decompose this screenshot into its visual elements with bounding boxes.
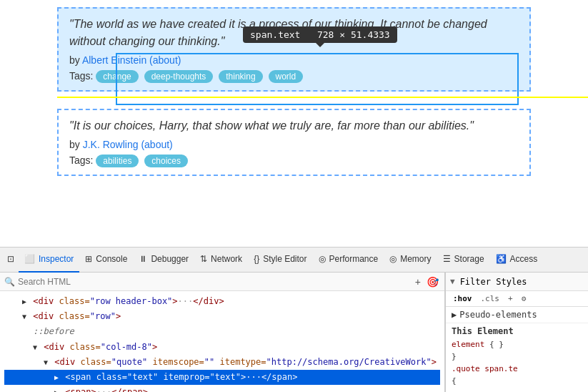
cursor-icon: ⊡ (7, 254, 14, 264)
pseudo-elements-label: Pseudo-elements (459, 310, 537, 320)
devtools-panel: 🔍 + 🎯 ▶ <div class="row header-box">···<… (0, 273, 588, 392)
tab-network[interactable]: ⇅ Network (194, 247, 248, 273)
debugger-icon: ⏸ (139, 254, 147, 264)
pseudo-elements-header[interactable]: ▶ Pseudo-elements (452, 310, 582, 320)
html-line-3: ::before (4, 324, 440, 339)
about-link-1[interactable]: (about) (149, 54, 181, 66)
search-actions: + 🎯 (414, 276, 440, 288)
this-element-title: This Element (452, 326, 582, 336)
html-line-4[interactable]: ▼ <div class="col-md-8"> (4, 340, 440, 355)
memory-icon: ◎ (389, 254, 397, 264)
styles-tab-hov[interactable]: :hov (450, 293, 475, 304)
tooltip-dimensions: 728 × 51.4333 (317, 29, 390, 40)
css-rule-2: .quote span.te (452, 363, 582, 375)
collapse-triangle-6[interactable]: ▶ (54, 372, 59, 383)
filter-icon: ▼ (450, 277, 455, 286)
quote-tags-1: Tags: change deep-thoughts thinking worl… (69, 70, 519, 83)
pseudo-elements-section: ▶ Pseudo-elements (446, 307, 588, 323)
search-icon: 🔍 (4, 277, 15, 287)
quote-tags-2: Tags: abilities choices (69, 155, 519, 167)
storage-icon: ☰ (443, 254, 451, 264)
collapse-triangle-7[interactable]: ▶ (54, 387, 59, 392)
quote-author-1: by Albert Einstein (about) (69, 54, 519, 66)
styles-tabs: :hov .cls + ⚙ (446, 291, 588, 307)
author-link-2[interactable]: J.K. Rowling (83, 139, 139, 150)
add-node-button[interactable]: + (414, 276, 422, 288)
toolbar-cursor[interactable]: ⊡ (3, 247, 19, 273)
quote-text-2: "It is our choices, Harry, that show wha… (69, 117, 519, 134)
html-line-5[interactable]: ▼ <div class="quote" itemscope="" itemty… (4, 355, 440, 370)
tag-deep-thoughts[interactable]: deep-thoughts (144, 70, 214, 83)
styles-tab-add[interactable]: + (505, 293, 516, 304)
yellow-line (57, 97, 588, 98)
console-icon: ⊞ (85, 254, 92, 264)
search-html-input[interactable] (18, 277, 414, 287)
quote-block-2: "It is our choices, Harry, that show wha… (57, 109, 531, 176)
html-line-7[interactable]: ▶ <span>···</span> (4, 385, 440, 392)
element-tooltip: span.text 728 × 51.4333 (243, 26, 397, 43)
tooltip-selector: span.text (250, 29, 300, 40)
tab-access[interactable]: ♿ Access (490, 247, 544, 273)
tab-inspector[interactable]: ⬜ Inspector (19, 247, 79, 273)
styles-tab-cls[interactable]: .cls (478, 293, 503, 304)
tag-change[interactable]: change (96, 70, 138, 83)
tab-console[interactable]: ⊞ Console (79, 247, 133, 273)
css-rule-1: element { } (452, 338, 582, 351)
main-content: span.text 728 × 51.4333 "The world as we… (0, 0, 588, 247)
performance-icon: ◎ (319, 254, 326, 264)
access-icon: ♿ (496, 254, 507, 264)
about-link-2[interactable]: (about) (141, 139, 172, 150)
html-line-1[interactable]: ▶ <div class="row header-box">···</div> (4, 294, 440, 309)
this-element-section: This Element element { } } .quote span.t… (446, 323, 588, 390)
quote-author-2: by J.K. Rowling (about) (69, 139, 519, 150)
tag-abilities[interactable]: abilities (96, 155, 139, 167)
collapse-triangle-2[interactable]: ▼ (22, 311, 26, 323)
tab-performance[interactable]: ◎ Performance (313, 247, 384, 273)
collapse-triangle-1[interactable]: ▶ (22, 296, 26, 308)
pick-element-button[interactable]: 🎯 (425, 276, 440, 288)
pseudo-triangle: ▶ (452, 310, 457, 320)
html-line-6[interactable]: ▶ <span class="text" itemprop="text">···… (4, 370, 440, 385)
styles-panel: ▼ Filter Styles :hov .cls + ⚙ ▶ Pseudo-e… (445, 273, 588, 392)
tab-memory[interactable]: ◎ Memory (384, 247, 437, 273)
styles-header: ▼ Filter Styles (446, 273, 588, 291)
style-editor-icon: {} (254, 254, 259, 264)
tab-storage[interactable]: ☰ Storage (437, 247, 490, 273)
css-rule-3: { (452, 375, 582, 387)
filter-styles-label: Filter Styles (460, 277, 527, 287)
tag-choices[interactable]: choices (144, 155, 188, 167)
html-line-2[interactable]: ▼ <div class="row"> (4, 309, 440, 324)
network-icon: ⇅ (200, 254, 207, 264)
inspector-icon: ⬜ (24, 254, 35, 264)
search-bar: 🔍 + 🎯 (0, 273, 444, 291)
author-link-1[interactable]: Albert Einstein (82, 54, 146, 66)
css-rule-brace: } (452, 351, 582, 363)
styles-tab-gear[interactable]: ⚙ (519, 293, 529, 304)
collapse-triangle-4[interactable]: ▼ (33, 342, 37, 353)
tab-style-editor[interactable]: {} Style Editor (248, 247, 312, 273)
devtools-toolbar: ⊡ ⬜ Inspector ⊞ Console ⏸ Debugger ⇅ Net… (0, 247, 588, 273)
collapse-triangle-5[interactable]: ▼ (44, 357, 48, 368)
html-tree: ▶ <div class="row header-box">···</div> … (0, 291, 444, 392)
quote-block-1: "The world as we have created it is a pr… (57, 7, 531, 92)
tag-world[interactable]: world (269, 70, 304, 83)
tag-thinking[interactable]: thinking (219, 70, 262, 83)
tab-debugger[interactable]: ⏸ Debugger (133, 247, 194, 273)
html-panel: 🔍 + 🎯 ▶ <div class="row header-box">···<… (0, 273, 445, 392)
